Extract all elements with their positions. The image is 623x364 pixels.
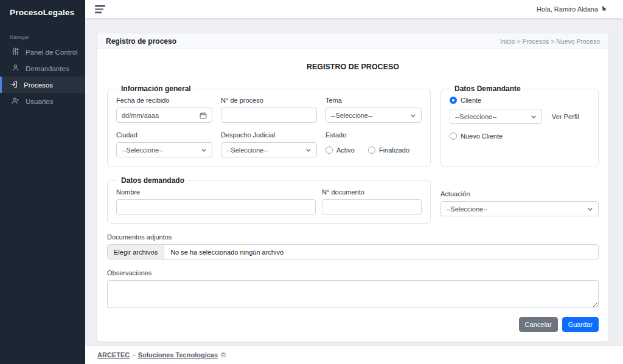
ciudad-select[interactable]: --Seleccione--	[116, 142, 212, 157]
datos-demandante-legend: Datos Demandante	[451, 84, 524, 93]
informacion-general-legend: Información general	[117, 84, 195, 93]
radio-icon	[368, 146, 375, 154]
sidebar-item-procesos[interactable]: Procesos	[0, 77, 85, 93]
datos-demandado-fieldset: Datos demandado Nombre N° documento	[107, 176, 431, 224]
topbar: Hola, Ramiro Aldana	[85, 0, 623, 18]
fecha-recibido-field: Fecha de recibido dd/mm/aaaa	[116, 95, 212, 123]
sidebar-item-usuarios[interactable]: Usuarios	[0, 93, 85, 109]
documento-input[interactable]	[322, 199, 422, 215]
sidebar-toggle-button[interactable]	[92, 2, 108, 16]
cursor-icon	[602, 5, 607, 13]
nombre-label: Nombre	[116, 188, 316, 196]
sidebar-item-label: Panel de Control	[26, 49, 78, 56]
ciudad-label: Ciudad	[116, 131, 212, 139]
actuacion-select[interactable]: --Seleccione--	[440, 201, 599, 216]
observaciones-label: Observaciones	[107, 269, 599, 276]
num-proceso-input[interactable]	[221, 108, 317, 123]
chevron-down-icon	[410, 112, 416, 118]
tema-field: Tema --Seleccione--	[325, 95, 422, 123]
page-content: Registro de proceso Inicio > Procesos > …	[85, 18, 623, 345]
informacion-general-fieldset: Información general Fecha de recibido dd…	[107, 84, 431, 167]
actuacion-label: Actuación	[440, 190, 599, 197]
num-proceso-field: N° de proceso	[221, 95, 317, 123]
ciudad-field: Ciudad --Seleccione--	[116, 130, 212, 157]
cliente-radio[interactable]: Cliente	[450, 97, 590, 104]
fecha-placeholder: dd/mm/aaaa	[122, 112, 159, 119]
chevron-down-icon	[531, 114, 537, 120]
sidebar: ProcesoLegales Navegar Panel de Control …	[0, 0, 85, 364]
estado-activo-label: Activo	[336, 146, 355, 154]
file-input-status: No se ha seleccionado ningún archivo	[164, 245, 290, 259]
footer-company-link[interactable]: Soluciones Tecnologicas	[138, 351, 218, 359]
estado-activo-radio[interactable]: Activo	[325, 146, 355, 154]
cliente-select[interactable]: --Seleccione--	[450, 109, 542, 124]
registro-card: Registro de proceso Inicio > Procesos > …	[97, 33, 608, 342]
datos-demandado-legend: Datos demandado	[117, 176, 188, 185]
breadcrumb: Inicio > Procesos > Nuevo Proceso	[500, 38, 600, 45]
nombre-field: Nombre	[116, 187, 316, 215]
actuacion-field: Actuación --Seleccione--	[440, 176, 599, 224]
calendar-icon[interactable]	[200, 112, 207, 119]
cliente-label: Cliente	[461, 97, 481, 104]
estado-label: Estado	[325, 131, 422, 139]
footer: ARCETEC - Soluciones Tecnologicas ©	[85, 345, 623, 364]
documento-field: N° documento	[322, 187, 422, 215]
person-plus-icon	[12, 97, 19, 106]
user-menu[interactable]: Hola, Ramiro Aldana	[537, 5, 607, 13]
card-title: Registro de proceso	[106, 37, 176, 46]
sidebar-item-label: Usuarios	[26, 98, 53, 105]
sidebar-item-label: Demandantes	[26, 65, 69, 72]
form-row-1: Información general Fecha de recibido dd…	[107, 84, 599, 167]
fecha-recibido-input[interactable]: dd/mm/aaaa	[116, 108, 212, 123]
form-title: REGISTRO DE PROCESO	[107, 63, 599, 71]
save-button[interactable]: Guardar	[562, 317, 599, 332]
radio-icon	[325, 146, 333, 154]
app-logo: ProcesoLegales	[0, 0, 85, 21]
sidebar-item-demandantes[interactable]: Demandantes	[0, 60, 85, 77]
card-body: REGISTRO DE PROCESO Información general …	[97, 49, 608, 342]
card-header: Registro de proceso Inicio > Procesos > …	[97, 33, 608, 49]
ver-perfil-link[interactable]: Ver Perfil	[552, 113, 579, 120]
datos-demandante-fieldset: Datos Demandante Cliente --Seleccione--	[440, 84, 599, 167]
tema-select[interactable]: --Seleccione--	[325, 108, 422, 123]
despacho-select-value: --Seleccione--	[226, 146, 268, 154]
file-input[interactable]: Elegir archivos No se ha seleccionado ni…	[107, 244, 599, 259]
form-row-2: Datos demandado Nombre N° documento	[107, 176, 599, 224]
person-icon	[12, 64, 19, 73]
radio-checked-icon	[450, 97, 457, 104]
radio-icon	[450, 132, 457, 140]
num-proceso-label: N° de proceso	[221, 97, 317, 104]
main-area: Hola, Ramiro Aldana Registro de proceso …	[85, 0, 623, 364]
documentos-adjuntos-field: Documentos adjuntos Elegir archivos No s…	[107, 233, 599, 259]
chevron-down-icon	[305, 147, 312, 153]
footer-brand-link[interactable]: ARCETEC	[97, 351, 130, 359]
nuevo-cliente-radio[interactable]: Nuevo Cliente	[450, 132, 590, 140]
tema-select-value: --Seleccione--	[331, 112, 372, 119]
documentos-adjuntos-label: Documentos adjuntos	[107, 233, 599, 241]
footer-copyright: ©	[221, 351, 226, 359]
box-arrow-in-right-icon	[10, 80, 18, 89]
chevron-down-icon	[201, 147, 207, 153]
sidebar-item-panel-de-control[interactable]: Panel de Control	[0, 44, 85, 60]
footer-separator: -	[133, 351, 135, 359]
app-window: ProcesoLegales Navegar Panel de Control …	[0, 0, 623, 364]
user-greeting: Hola, Ramiro Aldana	[537, 5, 598, 13]
choose-files-button[interactable]: Elegir archivos	[108, 245, 164, 259]
form-actions: Cancelar Guardar	[107, 317, 599, 332]
sidebar-section-label: Navegar	[0, 21, 85, 44]
estado-finalizado-label: Finalizado	[379, 146, 409, 154]
nombre-input[interactable]	[116, 199, 316, 215]
despacho-judicial-select[interactable]: --Seleccione--	[221, 142, 317, 157]
estado-finalizado-radio[interactable]: Finalizado	[368, 146, 409, 154]
observaciones-textarea[interactable]	[107, 280, 599, 308]
despacho-judicial-label: Despacho Judicial	[221, 131, 317, 139]
documento-label: N° documento	[322, 188, 422, 196]
sidebar-item-label: Procesos	[24, 81, 53, 89]
despacho-judicial-field: Despacho Judicial --Seleccione--	[221, 130, 317, 157]
cancel-button[interactable]: Cancelar	[519, 317, 558, 332]
observaciones-field: Observaciones	[107, 269, 599, 308]
sliders-icon	[12, 47, 19, 57]
tema-label: Tema	[325, 97, 422, 104]
ciudad-select-value: --Seleccione--	[122, 146, 163, 154]
nuevo-cliente-label: Nuevo Cliente	[461, 132, 503, 140]
